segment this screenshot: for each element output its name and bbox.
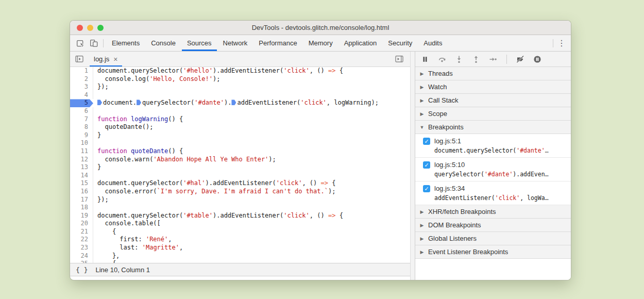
code-token: ).addEventListener( — [213, 212, 283, 219]
code-token: logWarning — [131, 115, 168, 123]
line-number[interactable]: 18 — [70, 204, 93, 212]
show-debugger-sidebar-icon[interactable] — [393, 53, 406, 66]
code-line: 22 first: 'René', — [70, 236, 410, 244]
line-number[interactable]: 20 — [70, 220, 93, 228]
code-token: ); — [213, 75, 220, 82]
line-number[interactable]: 14 — [70, 172, 93, 180]
section-scope[interactable]: ▶Scope — [415, 107, 571, 121]
code-line: 21 { — [70, 228, 410, 236]
breakpoint-entry[interactable]: ✓log.js:5:10querySelector('#dante').addE… — [415, 158, 571, 181]
tab-performance[interactable]: Performance — [253, 35, 302, 51]
panel-tabs: ElementsConsoleSourcesNetworkPerformance… — [106, 35, 448, 51]
more-options-icon[interactable]: ⋮ — [556, 37, 567, 50]
line-number[interactable]: 19 — [70, 212, 93, 220]
section-breakpoints[interactable]: ▼Breakpoints — [415, 121, 571, 134]
pane-splitter[interactable] — [410, 52, 415, 280]
tab-security[interactable]: Security — [382, 35, 418, 51]
step-over-icon[interactable] — [438, 55, 446, 63]
code-line-text: console.error(`I'm sorry, Dave. I'm afra… — [93, 188, 335, 196]
code-line: 16 console.error(`I'm sorry, Dave. I'm a… — [70, 188, 410, 196]
device-toolbar-icon[interactable] — [87, 37, 100, 50]
line-number[interactable]: 17 — [70, 196, 93, 204]
line-number[interactable]: 8 — [70, 123, 93, 131]
editor-status-bar: { } Line 10, Column 1 — [70, 263, 410, 276]
line-number[interactable]: 9 — [70, 131, 93, 140]
line-number[interactable]: 15 — [70, 179, 93, 188]
line-number[interactable]: 6 — [70, 107, 93, 115]
code-token: document.querySelector( — [97, 179, 183, 187]
zoom-window-button[interactable] — [97, 25, 104, 31]
tab-elements[interactable]: Elements — [106, 35, 145, 51]
section-xhr-fetch-breakpoints[interactable]: ▶XHR/fetch Breakpoints — [415, 205, 571, 219]
code-line: 12 console.warn('Abandon Hope All Ye Who… — [70, 156, 410, 164]
code-token: 'Magritte' — [142, 244, 179, 251]
line-number[interactable]: 12 — [70, 156, 93, 164]
line-number[interactable]: 1 — [70, 67, 93, 75]
line-number[interactable]: 2 — [70, 75, 93, 84]
code-token: , — [168, 236, 172, 243]
line-number[interactable]: 21 — [70, 228, 93, 236]
code-line: 8 quoteDante(); — [70, 123, 410, 131]
tab-memory[interactable]: Memory — [303, 35, 338, 51]
line-number[interactable]: 3 — [70, 83, 93, 91]
minimize-window-button[interactable] — [87, 25, 93, 31]
close-window-button[interactable] — [77, 25, 83, 31]
pretty-print-icon[interactable]: { } — [76, 266, 88, 274]
inline-breakpoint-marker[interactable] — [137, 99, 141, 105]
code-line: 9} — [70, 131, 410, 140]
code-token: }); — [97, 83, 109, 90]
section-call-stack[interactable]: ▶Call Stack — [415, 94, 571, 107]
deactivate-breakpoints-icon[interactable] — [516, 55, 524, 63]
code-editor[interactable]: 1document.querySelector('#hello').addEve… — [70, 67, 410, 263]
line-number[interactable]: 10 — [70, 139, 93, 147]
section-dom-breakpoints[interactable]: ▶DOM Breakpoints — [415, 219, 571, 232]
line-number[interactable]: 11 — [70, 147, 93, 156]
tab-application[interactable]: Application — [338, 35, 383, 51]
step-icon[interactable] — [489, 55, 497, 63]
code-token: function — [97, 115, 127, 123]
breakpoint-row: ✓log.js:5:34 — [423, 185, 567, 192]
line-number[interactable]: 22 — [70, 236, 93, 244]
toolbar-divider — [506, 55, 507, 64]
show-navigator-icon[interactable] — [73, 53, 86, 66]
section-title: DOM Breakpoints — [428, 221, 481, 229]
tab-sources[interactable]: Sources — [181, 35, 217, 51]
code-line-text — [93, 107, 97, 115]
code-token: } — [97, 163, 101, 171]
line-number[interactable]: 4 — [70, 91, 93, 99]
close-tab-icon[interactable]: × — [113, 56, 117, 63]
breakpoint-checkbox[interactable]: ✓ — [423, 185, 430, 192]
breakpoint-checkbox[interactable]: ✓ — [423, 161, 430, 169]
breakpoint-location: log.js:5:10 — [434, 161, 465, 169]
line-number[interactable]: 24 — [70, 252, 93, 260]
line-number[interactable]: 5 — [70, 99, 93, 107]
step-into-icon[interactable] — [455, 55, 463, 63]
breakpoint-entry[interactable]: ✓log.js:5:34addEventListener('click', lo… — [415, 181, 571, 205]
pause-on-exceptions-icon[interactable] — [533, 55, 541, 63]
inline-breakpoint-marker[interactable] — [97, 99, 102, 105]
tab-console[interactable]: Console — [145, 35, 181, 51]
pause-icon[interactable] — [421, 55, 429, 63]
breakpoint-row: ✓log.js:5:1 — [423, 137, 567, 145]
section-event-listener-breakpoints[interactable]: ▶Event Listener Breakpoints — [415, 245, 571, 259]
breakpoint-location: log.js:5:34 — [434, 185, 465, 192]
section-watch[interactable]: ▶Watch — [415, 80, 571, 94]
inline-breakpoint-marker[interactable] — [231, 99, 236, 105]
chevron-right-icon: ▶ — [419, 209, 425, 214]
chevron-right-icon: ▶ — [419, 223, 425, 228]
code-token: ); — [268, 156, 276, 163]
tab-network[interactable]: Network — [217, 35, 253, 51]
line-number[interactable]: 13 — [70, 163, 93, 172]
section-threads[interactable]: ▶Threads — [415, 67, 571, 80]
section-global-listeners[interactable]: ▶Global Listeners — [415, 232, 571, 245]
tab-audits[interactable]: Audits — [418, 35, 448, 51]
line-number[interactable]: 23 — [70, 244, 93, 252]
step-out-icon[interactable] — [472, 55, 480, 63]
inspect-element-icon[interactable] — [74, 37, 87, 50]
line-number[interactable]: 7 — [70, 115, 93, 124]
file-tab-log-js[interactable]: log.js × — [89, 52, 123, 67]
breakpoint-entry[interactable]: ✓log.js:5:1document.querySelector('#dant… — [415, 134, 571, 158]
line-number[interactable]: 16 — [70, 188, 93, 196]
breakpoint-checkbox[interactable]: ✓ — [423, 138, 430, 145]
code-token: , logWa — [520, 194, 545, 202]
